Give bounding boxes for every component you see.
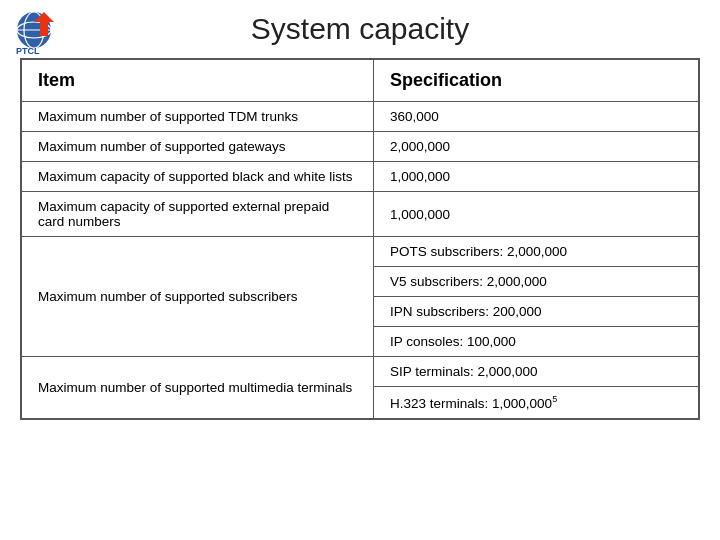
table-cell-item: Maximum number of supported TDM trunks	[22, 102, 374, 132]
superscript: 5	[552, 394, 557, 404]
table-cell-spec: 1,000,000	[374, 192, 699, 237]
page-title: System capacity	[251, 12, 469, 46]
ptcl-logo: PTCL	[14, 8, 70, 56]
svg-text:PTCL: PTCL	[16, 46, 40, 56]
table-cell-item: Maximum number of supported gateways	[22, 132, 374, 162]
system-capacity-table: Item Specification Maximum number of sup…	[20, 58, 700, 420]
table-cell-item: Maximum number of supported subscribers	[22, 237, 374, 357]
table-row: Maximum number of supported multimedia t…	[22, 357, 699, 387]
header: PTCL System capacity	[0, 0, 720, 54]
table-cell-spec: 2,000,000	[374, 132, 699, 162]
table-cell-item: Maximum capacity of supported black and …	[22, 162, 374, 192]
page: PTCL System capacity Item Specification …	[0, 0, 720, 540]
table-cell-spec: 360,000	[374, 102, 699, 132]
table-row: Maximum number of supported TDM trunks36…	[22, 102, 699, 132]
table-cell-item: Maximum capacity of supported external p…	[22, 192, 374, 237]
table-row: Maximum capacity of supported external p…	[22, 192, 699, 237]
table-row: Maximum number of supported gateways2,00…	[22, 132, 699, 162]
table-cell-spec: H.323 terminals: 1,000,0005	[374, 387, 699, 419]
col-header-item: Item	[22, 60, 374, 102]
table-cell-spec: POTS subscribers: 2,000,000	[374, 237, 699, 267]
table-cell-item: Maximum number of supported multimedia t…	[22, 357, 374, 419]
col-header-spec: Specification	[374, 60, 699, 102]
table-row: Maximum number of supported subscribersP…	[22, 237, 699, 267]
table-cell-spec: SIP terminals: 2,000,000	[374, 357, 699, 387]
table-cell-spec: IP consoles: 100,000	[374, 327, 699, 357]
table-cell-spec: 1,000,000	[374, 162, 699, 192]
table-header-row: Item Specification	[22, 60, 699, 102]
table-cell-spec: V5 subscribers: 2,000,000	[374, 267, 699, 297]
table-cell-spec: IPN subscribers: 200,000	[374, 297, 699, 327]
table-row: Maximum capacity of supported black and …	[22, 162, 699, 192]
